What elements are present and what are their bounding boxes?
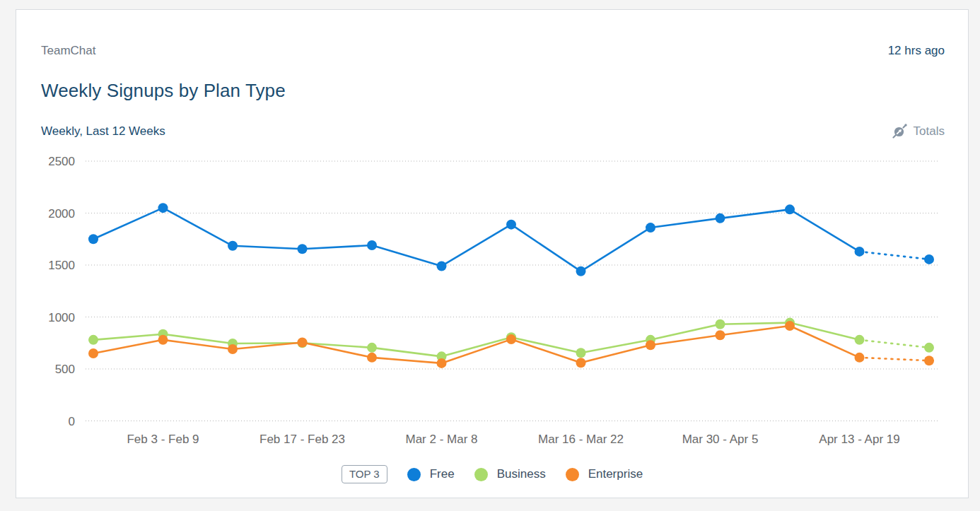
y-axis-tick-label: 2000: [48, 207, 75, 221]
data-point-enterprise[interactable]: [506, 334, 516, 344]
legend-item-enterprise[interactable]: Enterprise: [566, 467, 643, 481]
y-axis-tick-label: 1000: [48, 311, 75, 324]
data-point-free[interactable]: [716, 213, 725, 223]
x-axis-tick-label: Feb 3 - Feb 9: [127, 433, 199, 446]
card-header: TeamChat 12 hrs ago: [41, 44, 945, 58]
series-line-free: [651, 218, 721, 228]
series-line-business: [721, 323, 791, 324]
data-point-enterprise[interactable]: [924, 356, 934, 365]
totals-toggle[interactable]: Totals: [892, 123, 945, 139]
x-axis-tick-label: Mar 2 - Mar 8: [405, 433, 477, 446]
data-point-free[interactable]: [506, 220, 516, 230]
x-axis-tick-label: Mar 16 - Mar 22: [538, 433, 624, 446]
chart-legend: TOP 3 Free Business Enterprise: [16, 465, 968, 483]
data-point-free[interactable]: [785, 204, 795, 214]
business-series-dot-icon: [474, 468, 488, 481]
chart-subtitle: Weekly, Last 12 Weeks: [41, 124, 165, 139]
series-line-free: [721, 209, 791, 218]
data-point-enterprise[interactable]: [716, 330, 725, 340]
data-point-free[interactable]: [367, 240, 377, 250]
data-point-enterprise[interactable]: [367, 353, 377, 363]
series-line-free: [790, 209, 860, 252]
data-point-enterprise[interactable]: [228, 344, 238, 354]
data-point-free[interactable]: [924, 254, 934, 264]
series-line-free: [372, 245, 442, 266]
series-line-enterprise: [860, 358, 930, 360]
series-line-free: [93, 208, 163, 239]
last-updated: 12 hrs ago: [888, 44, 945, 58]
data-point-free[interactable]: [298, 244, 308, 254]
data-point-business[interactable]: [88, 335, 98, 345]
series-line-enterprise: [372, 358, 442, 363]
top3-badge: TOP 3: [342, 465, 387, 483]
series-line-business: [442, 337, 512, 356]
x-axis-tick-label: Mar 30 - Apr 5: [682, 433, 759, 446]
free-series-dot-icon: [407, 468, 421, 481]
data-point-enterprise[interactable]: [437, 358, 447, 368]
series-line-free: [303, 245, 373, 249]
series-line-business: [93, 334, 163, 340]
legend-label: Enterprise: [588, 467, 643, 481]
series-line-enterprise: [442, 339, 512, 363]
series-line-enterprise: [721, 326, 791, 335]
data-point-business[interactable]: [855, 335, 865, 345]
data-point-enterprise[interactable]: [646, 340, 655, 350]
series-line-free: [233, 246, 303, 249]
legend-item-free[interactable]: Free: [407, 467, 455, 481]
series-line-business: [581, 340, 651, 353]
series-line-enterprise: [581, 345, 651, 363]
x-axis-tick-label: Apr 13 - Apr 19: [819, 433, 899, 446]
data-point-free[interactable]: [576, 266, 586, 276]
series-line-free: [163, 208, 233, 246]
y-axis-tick-label: 0: [69, 415, 75, 428]
totals-label: Totals: [914, 124, 945, 139]
data-point-free[interactable]: [228, 241, 238, 251]
y-axis-tick-label: 500: [55, 363, 75, 376]
y-axis-tick-label: 1500: [48, 259, 75, 272]
enterprise-series-dot-icon: [566, 468, 579, 481]
data-point-enterprise[interactable]: [298, 338, 308, 348]
series-line-business: [860, 340, 930, 348]
data-point-business[interactable]: [924, 343, 934, 353]
data-point-free[interactable]: [437, 261, 447, 271]
data-point-business[interactable]: [576, 348, 586, 358]
series-line-free: [860, 252, 930, 259]
data-point-enterprise[interactable]: [855, 353, 865, 363]
data-point-business[interactable]: [716, 319, 725, 329]
legend-item-business[interactable]: Business: [474, 467, 546, 481]
data-point-business[interactable]: [367, 343, 377, 353]
data-point-enterprise[interactable]: [576, 358, 586, 368]
data-point-free[interactable]: [88, 234, 98, 244]
data-point-free[interactable]: [855, 247, 865, 257]
legend-label: Free: [430, 467, 455, 481]
line-chart: 05001000150020002500Feb 3 - Feb 9Feb 17 …: [16, 151, 969, 457]
x-axis-tick-label: Feb 17 - Feb 23: [259, 433, 345, 446]
legend-label: Business: [497, 467, 546, 481]
subtitle-row: Weekly, Last 12 Weeks Totals: [41, 123, 945, 139]
data-point-enterprise[interactable]: [785, 321, 795, 331]
series-line-free: [442, 225, 512, 266]
data-point-enterprise[interactable]: [88, 348, 98, 358]
data-point-free[interactable]: [646, 223, 655, 233]
series-line-business: [372, 348, 442, 356]
data-point-enterprise[interactable]: [158, 335, 168, 345]
dashboard-card: TeamChat 12 hrs ago Weekly Signups by Pl…: [16, 9, 969, 498]
series-line-free: [511, 225, 581, 271]
source-name: TeamChat: [41, 44, 95, 58]
chart-canvas: 05001000150020002500Feb 3 - Feb 9Feb 17 …: [16, 151, 969, 457]
series-line-enterprise: [93, 340, 163, 353]
chart-title: Weekly Signups by Plan Type: [41, 80, 286, 102]
totals-icon: [892, 123, 908, 139]
data-point-free[interactable]: [158, 203, 168, 213]
y-axis-tick-label: 2500: [48, 155, 75, 168]
